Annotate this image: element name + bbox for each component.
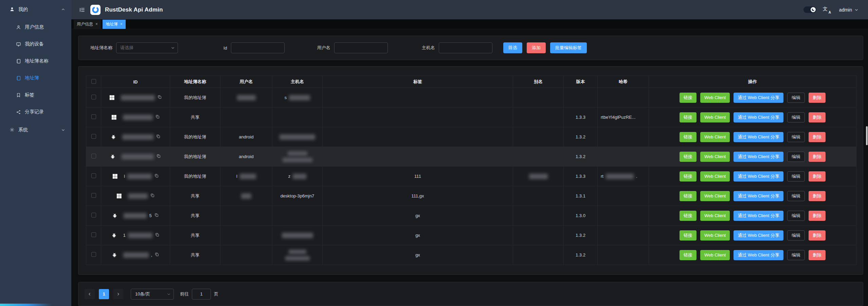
delete-button[interactable]: 删除 (809, 230, 826, 241)
share-via-web-client-button[interactable]: 通过 Web Client 分享 (734, 171, 783, 181)
copy-icon[interactable] (155, 114, 160, 120)
sidebar-item-user-info[interactable]: 用户信息 (0, 19, 71, 36)
theme-toggle[interactable] (803, 6, 816, 13)
next-page-button[interactable] (113, 289, 123, 299)
web-client-button[interactable]: Web Client (700, 211, 730, 221)
web-client-button[interactable]: Web Client (700, 230, 730, 241)
copy-icon[interactable] (150, 193, 155, 199)
link-button[interactable]: 链接 (680, 93, 697, 103)
link-button[interactable]: 链接 (680, 112, 697, 122)
translate-icon[interactable]: 文A (823, 6, 830, 14)
row-checkbox[interactable] (91, 114, 96, 119)
edit-button[interactable]: 编辑 (787, 152, 805, 162)
user-menu[interactable]: admin (839, 7, 858, 13)
delete-button[interactable]: 删除 (809, 250, 826, 260)
web-client-button[interactable]: Web Client (700, 250, 730, 260)
edit-button[interactable]: 编辑 (787, 171, 805, 181)
goto-page-input[interactable] (192, 289, 211, 300)
edit-button[interactable]: 编辑 (787, 191, 805, 201)
share-via-web-client-button[interactable]: 通过 Web Client 分享 (734, 152, 783, 162)
row-checkbox[interactable] (91, 95, 96, 99)
link-button[interactable]: 链接 (680, 171, 697, 181)
hostname-input[interactable] (439, 42, 492, 53)
id-input[interactable] (231, 42, 285, 53)
alias-cell (513, 147, 564, 167)
edit-button[interactable]: 编辑 (787, 211, 805, 221)
edit-button[interactable]: 编辑 (787, 112, 805, 122)
web-client-button[interactable]: Web Client (700, 152, 730, 162)
sidebar-item-my-devices[interactable]: 我的设备 (0, 36, 71, 53)
filter-card: 地址簿名称请选择Id用户名主机名筛选添加批量编辑标签 (78, 36, 863, 60)
id-cell: , (101, 245, 170, 265)
share-via-web-client-button[interactable]: 通过 Web Client 分享 (734, 93, 783, 103)
tab-user-info[interactable]: 用户信息× (74, 20, 101, 29)
delete-button[interactable]: 删除 (809, 152, 826, 162)
row-checkbox[interactable] (91, 193, 96, 198)
share-via-web-client-button[interactable]: 通过 Web Client 分享 (734, 211, 783, 221)
share-via-web-client-button[interactable]: 通过 Web Client 分享 (734, 112, 783, 122)
delete-button[interactable]: 删除 (809, 171, 826, 181)
copy-icon[interactable] (157, 95, 162, 100)
copy-icon[interactable] (154, 213, 159, 218)
web-client-button[interactable]: Web Client (700, 191, 730, 201)
close-icon[interactable]: × (120, 22, 123, 26)
row-checkbox[interactable] (91, 154, 96, 158)
fold-menu-icon[interactable] (79, 7, 85, 13)
link-button[interactable]: 链接 (680, 230, 697, 241)
row-checkbox[interactable] (91, 252, 96, 257)
username-input[interactable] (334, 42, 388, 53)
addressbook-name-select[interactable]: 请选择 (116, 42, 178, 53)
share-via-web-client-button[interactable]: 通过 Web Client 分享 (734, 230, 783, 241)
edit-button[interactable]: 编辑 (787, 93, 805, 103)
copy-icon[interactable] (156, 154, 161, 159)
link-button[interactable]: 链接 (680, 250, 697, 260)
sidebar-group-my[interactable]: 我的 (0, 0, 71, 19)
web-client-button[interactable]: Web Client (700, 171, 730, 181)
edit-button[interactable]: 编辑 (787, 250, 805, 260)
copy-icon[interactable] (154, 173, 159, 179)
select-all-checkbox[interactable] (91, 79, 96, 84)
ab-name-cell: 我的地址簿 (170, 167, 220, 186)
close-icon[interactable]: × (95, 22, 98, 26)
delete-button[interactable]: 删除 (809, 132, 826, 142)
share-via-web-client-button[interactable]: 通过 Web Client 分享 (734, 250, 783, 260)
web-client-button[interactable]: Web Client (700, 132, 730, 142)
copy-icon[interactable] (155, 252, 159, 258)
add-button[interactable]: 添加 (527, 42, 546, 53)
tab-address-book[interactable]: 地址簿× (103, 20, 126, 29)
filter-button[interactable]: 筛选 (503, 42, 522, 53)
row-checkbox[interactable] (91, 134, 96, 139)
table-row: 我的地址簿s链接Web Client通过 Web Client 分享编辑删除 (86, 88, 856, 108)
row-checkbox[interactable] (91, 232, 96, 237)
link-button[interactable]: 链接 (680, 191, 697, 201)
edit-button[interactable]: 编辑 (787, 132, 805, 142)
link-button[interactable]: 链接 (680, 152, 697, 162)
sidebar-item-address-book-names[interactable]: 地址簿名称 (0, 53, 71, 70)
web-client-button[interactable]: Web Client (700, 112, 730, 122)
delete-button[interactable]: 删除 (809, 211, 826, 221)
copy-icon[interactable] (155, 232, 160, 238)
page-number-button[interactable]: 1 (99, 289, 109, 299)
row-checkbox[interactable] (91, 213, 96, 217)
edit-button[interactable]: 编辑 (787, 230, 805, 241)
batch-edit-tags-button[interactable]: 批量编辑标签 (550, 42, 587, 53)
sidebar-group-system[interactable]: 系统 (0, 120, 71, 139)
share-via-web-client-button[interactable]: 通过 Web Client 分享 (734, 132, 783, 142)
copy-icon[interactable] (156, 134, 161, 140)
delete-button[interactable]: 删除 (809, 191, 826, 201)
id-content (101, 134, 170, 140)
delete-button[interactable]: 删除 (809, 93, 826, 103)
redacted-text (288, 151, 307, 156)
prev-page-button[interactable] (85, 289, 95, 299)
web-client-button[interactable]: Web Client (700, 93, 730, 103)
delete-button[interactable]: 删除 (809, 112, 826, 122)
row-checkbox[interactable] (91, 173, 96, 178)
page-size-select[interactable]: 10条/页 (131, 289, 174, 300)
sidebar-item-share-records[interactable]: 分享记录 (0, 103, 71, 120)
sidebar-item-address-book[interactable]: 地址簿 (0, 70, 71, 87)
sidebar-item-tags[interactable]: 标签 (0, 87, 71, 103)
share-via-web-client-button[interactable]: 通过 Web Client 分享 (734, 191, 783, 201)
scrollbar-thumb[interactable] (866, 126, 868, 145)
link-button[interactable]: 链接 (680, 211, 697, 221)
link-button[interactable]: 链接 (680, 132, 697, 142)
